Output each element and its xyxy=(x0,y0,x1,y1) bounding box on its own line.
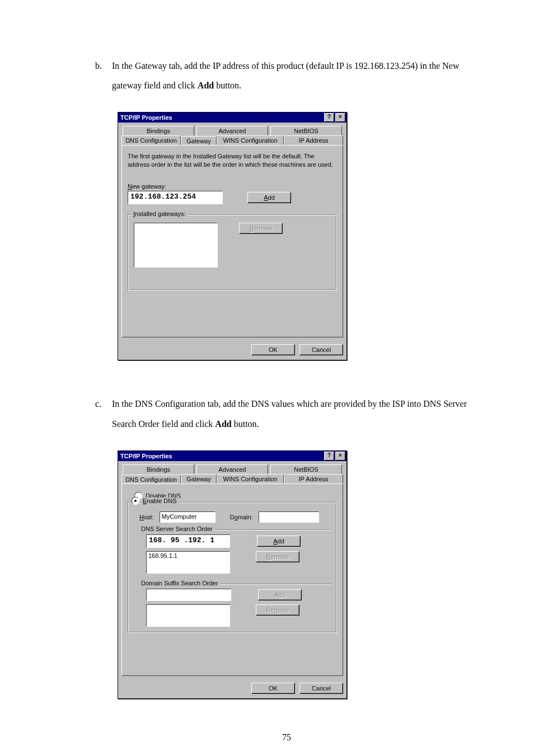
tab-bindings[interactable]: Bindings xyxy=(123,464,194,474)
domain-input[interactable] xyxy=(259,511,319,523)
domain-suffix-input[interactable] xyxy=(146,589,231,601)
tab-bindings[interactable]: Bindings xyxy=(123,126,194,135)
dns-server-search-order-label: DNS Server Search Order xyxy=(139,525,215,532)
page-number: 75 xyxy=(95,732,478,743)
new-gateway-input[interactable]: 192.168.123.254 xyxy=(128,191,223,204)
tab-ip-address[interactable]: IP Address xyxy=(284,474,343,484)
instruction-c-marker: c. xyxy=(95,394,112,433)
add-gateway-button[interactable]: Add xyxy=(247,192,291,203)
tab-wins-configuration[interactable]: WINS Configuration xyxy=(217,474,284,484)
enable-dns-radio[interactable]: Enable DNS xyxy=(132,497,331,505)
remove-dns-button: Remove xyxy=(256,551,299,562)
instruction-b: b. In the Gateway tab, add the IP addres… xyxy=(95,56,478,95)
cancel-button[interactable]: Cancel xyxy=(299,683,343,694)
instruction-c: c. In the DNS Configuration tab, add the… xyxy=(95,394,478,433)
tab-netbios[interactable]: NetBIOS xyxy=(270,126,342,135)
remove-suffix-button: Remove xyxy=(256,604,299,616)
radio-icon xyxy=(132,497,139,505)
host-label: Host: xyxy=(139,514,154,520)
close-button[interactable]: × xyxy=(335,113,345,122)
tab-netbios[interactable]: NetBIOS xyxy=(270,464,342,474)
instruction-b-marker: b. xyxy=(95,56,112,95)
domain-suffix-search-order-label: Domain Suffix Search Order xyxy=(139,580,220,586)
dialog-title: TCP/IP Properties xyxy=(120,453,324,459)
tab-wins-configuration[interactable]: WINS Configuration xyxy=(217,135,284,145)
close-button[interactable]: × xyxy=(335,452,345,461)
help-button[interactable]: ? xyxy=(324,452,334,461)
titlebar: TCP/IP Properties ? × xyxy=(118,451,346,461)
installed-gateways-list[interactable] xyxy=(134,223,218,267)
dns-server-input[interactable]: 168. 95 .192. 1 xyxy=(146,534,230,548)
remove-gateway-button: Remove xyxy=(239,223,283,234)
enable-dns-label: Enable DNS xyxy=(143,497,179,504)
instruction-b-text: In the Gateway tab, add the IP address o… xyxy=(112,56,478,95)
titlebar: TCP/IP Properties ? × xyxy=(118,112,346,123)
ok-button[interactable]: OK xyxy=(251,683,295,694)
help-button[interactable]: ? xyxy=(324,113,334,122)
gateway-description: The first gateway in the Installed Gatew… xyxy=(128,152,337,168)
tcpip-dialog-dns: TCP/IP Properties ? × Bindings Advanced … xyxy=(118,450,347,699)
tcpip-dialog-gateway: TCP/IP Properties ? × Bindings Advanced … xyxy=(118,112,347,360)
tab-ip-address[interactable]: IP Address xyxy=(284,135,343,145)
tab-advanced[interactable]: Advanced xyxy=(196,126,268,135)
tab-gateway[interactable]: Gateway xyxy=(181,474,217,484)
add-dns-button[interactable]: Add xyxy=(257,536,301,547)
instruction-c-text: In the DNS Configuration tab, add the DN… xyxy=(112,394,478,433)
cancel-button[interactable]: Cancel xyxy=(299,344,343,355)
dialog-title: TCP/IP Properties xyxy=(120,114,324,121)
domain-label: Domain: xyxy=(230,514,253,520)
domain-suffix-list[interactable] xyxy=(146,604,230,627)
add-suffix-button: Add xyxy=(258,589,302,600)
host-input[interactable]: MyComputer xyxy=(160,511,216,523)
tab-advanced[interactable]: Advanced xyxy=(196,464,268,474)
new-gateway-label: New gateway: xyxy=(128,183,337,190)
dns-server-list[interactable]: 168.95.1.1 xyxy=(146,551,230,574)
installed-gateways-label: Installed gateways: xyxy=(132,210,188,217)
ok-button[interactable]: OK xyxy=(251,344,295,355)
tab-dns-configuration[interactable]: DNS Configuration xyxy=(121,135,181,145)
